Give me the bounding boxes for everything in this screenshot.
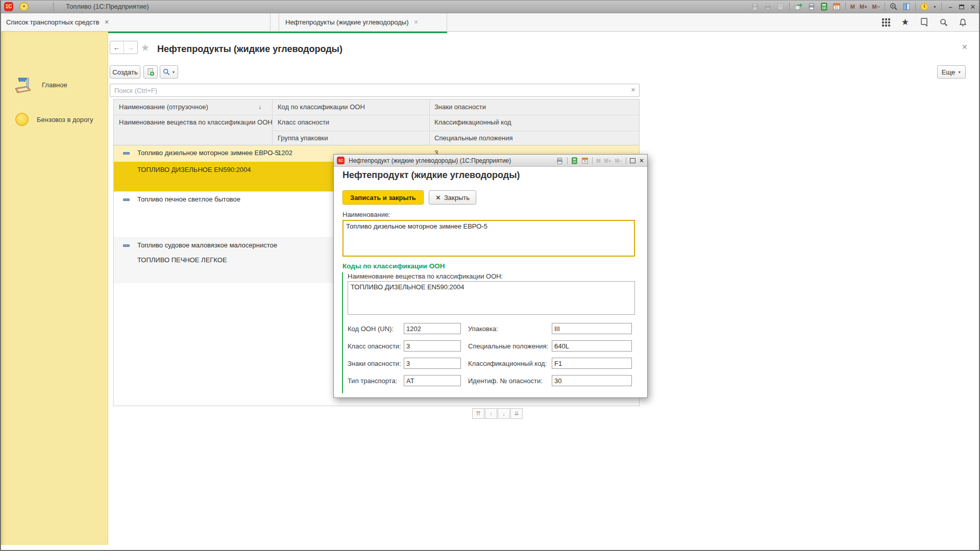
divider xyxy=(885,3,885,11)
history-icon[interactable] xyxy=(920,18,928,27)
section-accent-line xyxy=(342,272,343,393)
transport-type-label: Тип транспорта: xyxy=(348,377,397,385)
column-header-shipping-name[interactable]: Наименование (отгрузочное) xyxy=(119,99,208,115)
row-shipping-name: Топливо печное светлое бытовое xyxy=(137,195,240,203)
print-icon[interactable] xyxy=(764,3,772,11)
column-header-un-name[interactable]: Наименование вещества по классификации О… xyxy=(119,115,273,130)
yellow-circle-icon xyxy=(15,113,29,126)
sidebar-item-label: Бензовоз в дорогу xyxy=(37,116,93,123)
column-header-hazard-class[interactable]: Класс опасности xyxy=(278,115,329,130)
list-item-dash-icon xyxy=(123,152,130,155)
favorites-star-icon[interactable]: ★ xyxy=(901,17,909,28)
print-document-icon[interactable] xyxy=(556,157,564,165)
tab-close-icon[interactable]: ✕ xyxy=(414,19,419,26)
divider xyxy=(789,3,790,11)
un-code-label: Код ООН (UN): xyxy=(348,325,394,333)
notifications-bell-icon[interactable] xyxy=(959,18,967,27)
hazard-id-input[interactable] xyxy=(552,375,632,386)
special-provisions-input[interactable] xyxy=(552,340,632,352)
search-box: ✕ xyxy=(110,84,640,97)
divider xyxy=(592,157,593,164)
search-settings-button[interactable]: ▼ xyxy=(160,65,178,79)
column-header-classification-code[interactable]: Классификационный код xyxy=(434,115,511,130)
forward-button[interactable]: → xyxy=(124,41,138,54)
un-name-field[interactable]: ТОПЛИВО ДИЗЕЛЬНОЕ EN590:2004 xyxy=(348,281,635,315)
go-up-button[interactable]: ↑ xyxy=(485,408,497,419)
column-header-special-provisions[interactable]: Специальные положения xyxy=(434,131,513,146)
dialog-titlebar[interactable]: 1С Нефтепродукт (жидкие углеводороды) (1… xyxy=(334,155,647,167)
column-header-packing-group[interactable]: Группа упаковки xyxy=(278,131,328,146)
hazard-signs-input[interactable] xyxy=(404,358,461,369)
name-field[interactable]: Топливо дизельное моторное зимнее ЕВРО-5 xyxy=(342,220,635,257)
close-x-icon: ✕ xyxy=(435,194,441,202)
window-titlebar: 1С ▼ Топливо (1С:Предприятие) 31 M M+ M− xyxy=(0,0,980,13)
column-header-hazard-signs[interactable]: Знаки опасности xyxy=(434,99,486,115)
print-document-icon[interactable] xyxy=(807,3,816,11)
calendar-icon[interactable]: 31 xyxy=(832,3,841,11)
tab-vehicle-list[interactable]: Список транспортных средств ✕ xyxy=(0,13,271,31)
transport-type-input[interactable] xyxy=(404,375,461,386)
minimize-button[interactable]: – xyxy=(946,3,954,11)
hazard-class-input[interactable] xyxy=(404,340,461,352)
calculator-icon[interactable] xyxy=(571,157,578,164)
print-preview-icon[interactable] xyxy=(776,3,785,11)
close-button[interactable]: ✕ xyxy=(969,3,977,11)
calculator-icon[interactable] xyxy=(820,3,828,11)
info-icon[interactable]: i xyxy=(920,3,928,11)
maximize-button[interactable] xyxy=(630,158,635,163)
memory-m-minus-button[interactable]: M− xyxy=(872,4,880,10)
tab-close-icon[interactable]: ✕ xyxy=(104,19,109,26)
create-button[interactable]: Создать xyxy=(110,65,140,79)
tab-oil-products[interactable]: Нефтепродукты (жидкие углеводороды) ✕ xyxy=(279,13,447,31)
save-and-close-button[interactable]: Записать и закрыть xyxy=(342,190,424,205)
row-shipping-name: Топливо судовое маловязкое малосернистое xyxy=(137,241,277,249)
sidebar-item-tanker[interactable]: Бензовоз в дорогу xyxy=(0,109,108,130)
create-by-copy-button[interactable] xyxy=(143,65,158,79)
zoom-icon[interactable] xyxy=(890,3,898,11)
packing-input[interactable] xyxy=(552,323,632,334)
classification-code-label: Классификационный код: xyxy=(468,360,547,367)
sidebar-item-main[interactable]: Главное xyxy=(0,71,108,98)
un-codes-section-title[interactable]: Коды по классификации ООН xyxy=(342,262,445,270)
row-un-name: ТОПЛИВО ПЕЧНОЕ ЛЕГКОЕ xyxy=(137,256,227,264)
function-menu-grid-icon[interactable] xyxy=(882,18,890,27)
go-down-button[interactable]: ↓ xyxy=(498,408,510,419)
search-icon[interactable] xyxy=(940,18,948,27)
back-button[interactable]: ← xyxy=(110,41,124,54)
more-actions-button[interactable]: Еще ▼ xyxy=(937,65,966,79)
info-i-label: i xyxy=(920,3,928,9)
calendar-icon[interactable]: 31 xyxy=(581,157,589,164)
window-title: Топливо (1С:Предприятие) xyxy=(66,3,149,10)
chevron-down-icon[interactable]: ▼ xyxy=(933,5,937,9)
un-code-input[interactable] xyxy=(404,323,461,334)
history-nav-group: ← → xyxy=(110,41,138,54)
document-plus-icon xyxy=(146,68,155,76)
go-to-top-button[interactable]: ⇈ xyxy=(472,408,484,419)
1c-logo-icon: 1С xyxy=(337,157,345,164)
memory-m-plus-button[interactable]: M+ xyxy=(860,4,868,10)
calendar-day-label: 31 xyxy=(832,6,841,9)
save-icon[interactable] xyxy=(751,3,759,11)
dialog-close-button[interactable]: ✕ xyxy=(639,157,644,164)
restore-button[interactable] xyxy=(959,5,964,9)
add-to-favorites-star-icon[interactable]: ★ xyxy=(141,42,150,54)
classification-code-input[interactable] xyxy=(552,358,632,369)
more-label: Еще xyxy=(942,68,955,76)
memory-m-button[interactable]: M xyxy=(850,4,855,10)
split-columns-icon[interactable] xyxy=(902,3,911,11)
form-close-icon[interactable]: ✕ xyxy=(962,43,968,51)
chevron-down-icon: ▼ xyxy=(172,70,176,74)
clear-search-icon[interactable]: ✕ xyxy=(631,87,635,93)
list-item-dash-icon xyxy=(123,244,130,247)
main-menu-button[interactable]: ▼ xyxy=(19,2,29,11)
divider xyxy=(567,157,568,164)
search-input[interactable] xyxy=(114,85,620,96)
memory-m-minus-button: M− xyxy=(615,158,622,164)
page-title: Нефтепродукты (жидкие углеводороды) xyxy=(157,44,342,55)
tab-label: Нефтепродукты (жидкие углеводороды) xyxy=(285,18,409,26)
close-label: Закрыть xyxy=(444,194,470,202)
go-to-link-icon[interactable] xyxy=(794,3,803,11)
go-to-bottom-button[interactable]: ⇊ xyxy=(510,408,523,419)
dialog-close-action-button[interactable]: ✕ Закрыть xyxy=(429,190,476,205)
column-header-un-code[interactable]: Код по классификации ООН xyxy=(278,99,365,115)
